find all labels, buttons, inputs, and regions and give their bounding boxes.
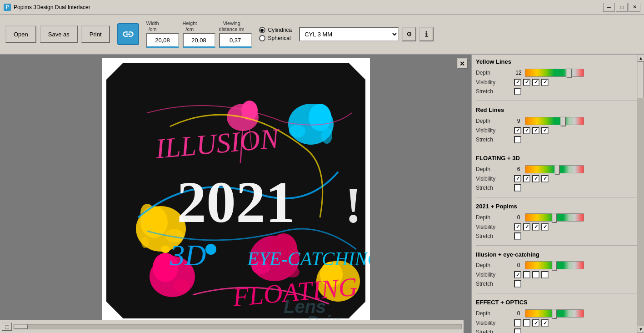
- depth-label-illusion-eyecatching: Depth: [476, 262, 512, 268]
- visibility-checkbox-floating-3d-2[interactable]: [532, 175, 539, 182]
- visibility-row-yellow-lines: Visibility: [476, 79, 640, 86]
- stretch-checkbox-effect-optics[interactable]: [514, 328, 521, 333]
- visibility-checkbox-2021-popims-1[interactable]: [523, 223, 530, 231]
- visibility-checkbox-yellow-lines-3[interactable]: [541, 79, 549, 86]
- depth-thumb-yellow-lines[interactable]: [566, 68, 572, 78]
- depth-slider-floating-3d[interactable]: [525, 165, 584, 173]
- maximize-button[interactable]: □: [616, 3, 628, 12]
- svg-point-6: [161, 246, 170, 253]
- layers-scroll-area[interactable]: Yellow LinesDepth12VisibilityStretchRed …: [472, 55, 644, 333]
- viewing-label: Viewingdistance /m: [219, 20, 245, 32]
- visibility-checkbox-effect-optics-3[interactable]: [541, 319, 549, 327]
- visibility-checkbox-illusion-eyecatching-1[interactable]: [523, 271, 530, 278]
- save-as-button[interactable]: Save as: [40, 25, 78, 43]
- stretch-label-effect-optics: Stretch: [476, 329, 512, 333]
- horizontal-scrollbar-track[interactable]: [14, 324, 462, 329]
- settings-button[interactable]: ⚙: [402, 27, 416, 41]
- visibility-checkbox-red-lines-2[interactable]: [532, 127, 539, 134]
- scroll-up-arrow[interactable]: ▲: [637, 55, 644, 62]
- visibility-checkbox-illusion-eyecatching-0[interactable]: [514, 271, 521, 278]
- minimize-button[interactable]: ─: [603, 3, 615, 12]
- right-panel: Yellow LinesDepth12VisibilityStretchRed …: [471, 55, 644, 333]
- visibility-checkbox-2021-popims-0[interactable]: [514, 223, 521, 231]
- visibility-checkboxes-yellow-lines: [514, 79, 549, 86]
- lens-select[interactable]: CYL 3 MM CYL 4 MM CYL 5 MM: [299, 27, 399, 41]
- viewing-field-group: Viewingdistance /m: [219, 20, 252, 48]
- visibility-row-effect-optics: Visibility: [476, 319, 640, 327]
- link-icon-button[interactable]: [117, 23, 139, 45]
- stretch-checkbox-illusion-eyecatching[interactable]: [514, 280, 521, 288]
- depth-thumb-red-lines[interactable]: [560, 116, 566, 126]
- depth-slider-2021-popims[interactable]: [525, 213, 584, 222]
- depth-label-2021-popims: Depth: [476, 214, 512, 221]
- visibility-checkbox-effect-optics-1[interactable]: [523, 319, 530, 327]
- prev-nav-button[interactable]: ⬚: [2, 323, 12, 331]
- layer-group-illusion-eyecatching: Illusion + eye-catchingDepth0VisibilityS…: [476, 251, 640, 294]
- depth-slider-red-lines[interactable]: [525, 117, 584, 125]
- visibility-checkbox-red-lines-1[interactable]: [523, 127, 530, 134]
- visibility-checkbox-2021-popims-2[interactable]: [532, 223, 539, 231]
- spherical-label: Spherical: [268, 35, 291, 41]
- visibility-checkbox-red-lines-3[interactable]: [541, 127, 549, 134]
- layer-title-red-lines: Red Lines: [476, 106, 640, 114]
- visibility-row-red-lines: Visibility: [476, 127, 640, 134]
- depth-slider-illusion-eyecatching[interactable]: [525, 261, 584, 269]
- visibility-checkbox-effect-optics-0[interactable]: [514, 319, 521, 327]
- visibility-checkbox-effect-optics-2[interactable]: [532, 319, 539, 327]
- stretch-row-effect-optics: Stretch: [476, 328, 640, 333]
- visibility-label-floating-3d: Visibility: [476, 176, 512, 182]
- stretch-row-2021-popims: Stretch: [476, 232, 640, 240]
- layer-title-2021-popims: 2021 + Popims: [476, 203, 640, 211]
- width-input[interactable]: [146, 33, 179, 48]
- cylindrical-radio[interactable]: [259, 27, 265, 33]
- visibility-checkbox-yellow-lines-0[interactable]: [514, 79, 521, 86]
- close-button[interactable]: ✕: [629, 3, 640, 12]
- info-button[interactable]: ℹ: [419, 27, 434, 41]
- visibility-checkboxes-red-lines: [514, 127, 549, 134]
- stretch-label-red-lines: Stretch: [476, 136, 512, 143]
- cylindrical-option[interactable]: Cylindrica: [259, 27, 292, 33]
- visibility-checkbox-illusion-eyecatching-2[interactable]: [532, 271, 539, 278]
- visibility-checkbox-floating-3d-1[interactable]: [523, 175, 530, 182]
- depth-slider-yellow-lines[interactable]: [525, 69, 584, 77]
- svg-point-10: [289, 125, 305, 137]
- viewing-input[interactable]: [219, 33, 252, 48]
- visibility-checkbox-2021-popims-3[interactable]: [541, 223, 549, 231]
- layer-title-illusion-eyecatching: Illusion + eye-catching: [476, 251, 640, 259]
- svg-point-12: [205, 244, 216, 255]
- scroll-thumb[interactable]: [637, 62, 644, 98]
- svg-text:EYE-CATCHING: EYE-CATCHING: [247, 248, 370, 269]
- depth-thumb-effect-optics[interactable]: [552, 309, 557, 319]
- stretch-checkbox-2021-popims[interactable]: [514, 232, 521, 240]
- visibility-checkbox-yellow-lines-2[interactable]: [532, 79, 539, 86]
- visibility-checkbox-floating-3d-3[interactable]: [541, 175, 549, 182]
- stretch-checkbox-yellow-lines[interactable]: [514, 88, 521, 95]
- visibility-checkbox-illusion-eyecatching-3[interactable]: [541, 271, 549, 278]
- depth-thumb-illusion-eyecatching[interactable]: [552, 261, 557, 271]
- visibility-checkbox-floating-3d-0[interactable]: [514, 175, 521, 182]
- visibility-checkbox-yellow-lines-1[interactable]: [523, 79, 530, 86]
- depth-row-red-lines: Depth9: [476, 117, 640, 125]
- stretch-checkbox-red-lines[interactable]: [514, 136, 521, 143]
- stretch-checkbox-floating-3d[interactable]: [514, 184, 521, 192]
- spherical-option[interactable]: Spherical: [259, 35, 292, 41]
- width-label: Width/cm: [146, 20, 159, 32]
- visibility-label-yellow-lines: Visibility: [476, 79, 512, 86]
- depth-thumb-floating-3d[interactable]: [554, 165, 560, 175]
- visibility-checkbox-red-lines-0[interactable]: [514, 127, 521, 134]
- depth-value-illusion-eyecatching: 0: [514, 262, 523, 268]
- stretch-row-yellow-lines: Stretch: [476, 88, 640, 95]
- depth-slider-effect-optics[interactable]: [525, 309, 584, 318]
- canvas-close-button[interactable]: ✕: [457, 58, 468, 69]
- spherical-radio[interactable]: [259, 35, 265, 41]
- open-button[interactable]: Open: [5, 25, 36, 43]
- horizontal-scrollbar-thumb[interactable]: [14, 324, 28, 329]
- visibility-checkboxes-2021-popims: [514, 223, 549, 231]
- stretch-label-illusion-eyecatching: Stretch: [476, 281, 512, 287]
- print-button[interactable]: Print: [81, 25, 110, 43]
- depth-thumb-2021-popims[interactable]: [552, 213, 557, 223]
- scroll-down-arrow[interactable]: ▼: [637, 326, 644, 333]
- svg-text:!: !: [345, 177, 362, 233]
- height-input[interactable]: [183, 33, 215, 48]
- depth-row-effect-optics: Depth0: [476, 309, 640, 318]
